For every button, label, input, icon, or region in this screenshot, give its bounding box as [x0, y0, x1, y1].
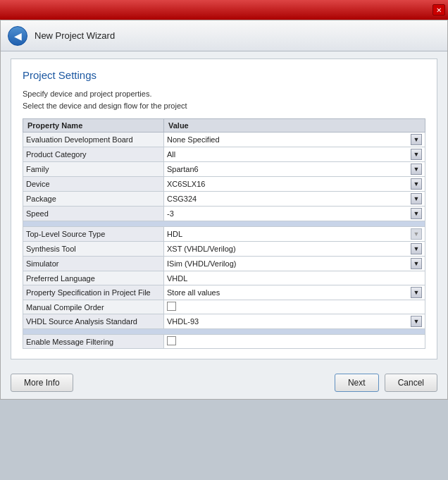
dropdown-value: XST (VHDL/Verilog) — [167, 245, 411, 253]
property-value[interactable]: -3▼ — [164, 207, 425, 221]
dropdown-arrow-icon[interactable]: ▼ — [411, 287, 422, 298]
property-label: Synthesis Tool — [23, 242, 164, 257]
dropdown-arrow-icon[interactable]: ▼ — [411, 134, 422, 145]
property-value[interactable]: XC6SLX16▼ — [164, 177, 425, 192]
table-row: Manual Compile Order — [23, 300, 425, 314]
dropdown-value: Store all values — [167, 288, 411, 297]
back-button[interactable]: ◀ — [8, 26, 27, 46]
property-value: VHDL — [164, 271, 425, 285]
dropdown-arrow-icon[interactable]: ▼ — [411, 208, 422, 219]
dropdown-value: All — [167, 150, 411, 159]
property-value[interactable]: CSG324▼ — [164, 192, 425, 207]
dropdown-value: Spartan6 — [167, 165, 411, 173]
property-label: Family — [23, 162, 164, 177]
property-value[interactable] — [164, 300, 425, 314]
property-label: Preferred Language — [23, 271, 164, 285]
dropdown-value: HDL — [167, 230, 411, 238]
table-row: DeviceXC6SLX16▼ — [23, 177, 425, 192]
property-label: Enable Message Filtering — [23, 335, 164, 349]
dropdown-value: CSG324 — [167, 195, 411, 203]
dropdown-value: XC6SLX16 — [167, 180, 411, 188]
table-row: SimulatorISim (VHDL/Verilog)▼ — [23, 257, 425, 271]
properties-table: Property Name Value Evaluation Developme… — [23, 118, 425, 349]
footer: More Info Next Cancel — [1, 367, 447, 399]
property-value[interactable]: None Specified▼ — [164, 133, 425, 147]
property-label: Property Specification in Project File — [23, 285, 164, 300]
table-row: PackageCSG324▼ — [23, 192, 425, 207]
wizard-title: New Project Wizard — [35, 30, 115, 41]
property-label: Speed — [23, 207, 164, 221]
footer-right: Next Cancel — [335, 374, 437, 392]
titlebar: ✕ — [0, 0, 448, 20]
table-row: Product CategoryAll▼ — [23, 147, 425, 162]
table-row: Speed-3▼ — [23, 207, 425, 221]
dropdown-arrow-icon[interactable]: ▼ — [411, 149, 422, 160]
col-value-header: Value — [164, 119, 425, 133]
dropdown-value: ISim (VHDL/Verilog) — [167, 259, 411, 268]
table-row: Evaluation Development BoardNone Specifi… — [23, 133, 425, 147]
dropdown-value: None Specified — [167, 135, 411, 144]
dropdown-arrow-icon[interactable]: ▼ — [411, 243, 422, 254]
property-value[interactable]: XST (VHDL/Verilog)▼ — [164, 242, 425, 257]
table-row: VHDL Source Analysis StandardVHDL-93▼ — [23, 314, 425, 329]
property-label: VHDL Source Analysis Standard — [23, 314, 164, 329]
header: ◀ New Project Wizard — [1, 20, 447, 51]
property-label: Package — [23, 192, 164, 207]
dropdown-value: VHDL-93 — [167, 317, 411, 326]
dropdown-value: -3 — [167, 209, 411, 218]
footer-left: More Info — [11, 374, 73, 392]
property-label: Top-Level Source Type — [23, 227, 164, 242]
table-row: Top-Level Source TypeHDL▼ — [23, 227, 425, 242]
table-row: FamilySpartan6▼ — [23, 162, 425, 177]
property-value[interactable]: HDL▼ — [164, 227, 425, 242]
checkbox-input[interactable] — [167, 302, 176, 311]
property-value[interactable]: Store all values▼ — [164, 285, 425, 300]
table-separator — [23, 221, 425, 227]
property-value[interactable]: VHDL-93▼ — [164, 314, 425, 329]
dropdown-arrow-icon[interactable]: ▼ — [411, 178, 422, 190]
property-value[interactable]: All▼ — [164, 147, 425, 162]
window: ◀ New Project Wizard Project Settings Sp… — [0, 20, 448, 400]
property-value[interactable]: Spartan6▼ — [164, 162, 425, 177]
dropdown-arrow-icon[interactable]: ▼ — [411, 316, 422, 327]
desc-line2: Select the device and design flow for th… — [23, 101, 187, 110]
checkbox-input[interactable] — [167, 336, 176, 345]
table-row: Preferred LanguageVHDL — [23, 271, 425, 285]
dropdown-arrow-icon[interactable]: ▼ — [411, 164, 422, 175]
back-icon: ◀ — [14, 30, 22, 42]
property-value[interactable] — [164, 335, 425, 349]
dropdown-arrow-icon[interactable]: ▼ — [411, 258, 422, 269]
property-label: Device — [23, 177, 164, 192]
table-row: Synthesis ToolXST (VHDL/Verilog)▼ — [23, 242, 425, 257]
dropdown-arrow-icon: ▼ — [411, 228, 422, 240]
table-row: Enable Message Filtering — [23, 335, 425, 349]
next-button[interactable]: Next — [335, 374, 379, 392]
desc-line1: Specify device and project properties. — [23, 90, 151, 98]
property-value[interactable]: ISim (VHDL/Verilog)▼ — [164, 257, 425, 271]
section-title: Project Settings — [23, 69, 425, 81]
property-label: Product Category — [23, 147, 164, 162]
content-area: Project Settings Specify device and proj… — [11, 59, 437, 359]
property-label: Evaluation Development Board — [23, 133, 164, 147]
dropdown-arrow-icon[interactable]: ▼ — [411, 193, 422, 204]
cancel-button[interactable]: Cancel — [385, 374, 437, 392]
description: Specify device and project properties. S… — [23, 88, 425, 111]
close-button[interactable]: ✕ — [433, 4, 445, 16]
table-row: Property Specification in Project FileSt… — [23, 285, 425, 300]
table-separator — [23, 329, 425, 335]
more-info-button[interactable]: More Info — [11, 374, 73, 392]
col-property-header: Property Name — [23, 119, 164, 133]
property-label: Simulator — [23, 257, 164, 271]
property-label: Manual Compile Order — [23, 300, 164, 314]
